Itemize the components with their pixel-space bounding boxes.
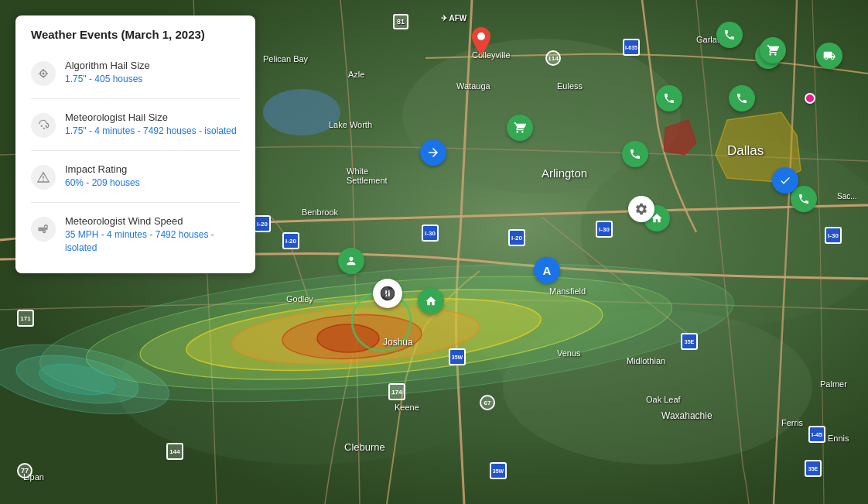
marker-green-phone-4[interactable] [729,85,755,111]
marker-green-cart-1[interactable] [507,115,533,141]
divider-1 [31,98,240,99]
panel-title: Weather Events (March 1, 2023) [31,28,240,44]
svg-point-18 [477,33,485,40]
marker-blue-arrow[interactable] [420,139,446,166]
algorithm-hail-label: Algorithm Hail Size [65,60,150,71]
marker-blue-check[interactable] [772,167,798,194]
impact-content: Impact Rating 60% - 209 houses [65,163,140,190]
stat-row-impact: Impact Rating 60% - 209 houses [31,160,240,193]
impact-value: 60% - 209 houses [65,177,140,190]
map-container: Azle Pelican Bay Colleyville Watauga Eul… [0,0,868,504]
svg-point-20 [43,73,45,75]
marker-green-person[interactable] [338,248,364,274]
marker-blue-a[interactable]: A [534,257,560,283]
marker-green-phone-3[interactable] [656,85,682,111]
divider-3 [31,202,240,203]
stat-row-meteo-hail: Meteorologist Hail Size 1.75" - 4 minute… [31,108,240,141]
hail-icon [31,61,56,86]
marker-green-truck[interactable] [816,43,842,69]
algorithm-hail-value: 1.75" - 405 houses [65,73,150,86]
wind-value: 35 MPH - 4 minutes - 7492 houses - isola… [65,228,240,255]
marker-red-pin[interactable] [472,27,490,58]
wind-label: Meteorologist Wind Speed [65,215,240,227]
meteo-hail-icon [31,113,56,138]
info-panel: Weather Events (March 1, 2023) Algorithm… [15,15,255,273]
impact-icon [31,165,56,190]
stat-row-wind: Meteorologist Wind Speed 35 MPH - 4 minu… [31,212,240,258]
wind-content: Meteorologist Wind Speed 35 MPH - 4 minu… [65,215,240,255]
svg-point-27 [46,125,47,127]
divider-2 [31,150,240,151]
marker-green-house-2[interactable] [418,288,444,314]
marker-green-phone-1[interactable] [716,22,743,48]
svg-point-6 [263,89,340,135]
wind-icon [31,217,56,242]
algorithm-hail-content: Algorithm Hail Size 1.75" - 405 houses [65,60,150,86]
impact-label: Impact Rating [65,163,140,175]
marker-green-cart-2[interactable] [760,37,786,63]
stat-row-algorithm-hail: Algorithm Hail Size 1.75" - 405 houses [31,57,240,89]
marker-white-logo[interactable] [373,279,402,308]
marker-white-gear[interactable] [628,196,654,222]
marker-green-phone-5[interactable] [622,141,648,167]
svg-point-26 [43,128,45,129]
marker-pink[interactable] [805,93,815,104]
meteo-hail-label: Meteorologist Hail Size [65,111,237,123]
meteo-hail-content: Meteorologist Hail Size 1.75" - 4 minute… [65,111,237,138]
svg-point-25 [41,125,43,127]
meteo-hail-value: 1.75" - 4 minutes - 7492 houses - isolat… [65,125,237,138]
